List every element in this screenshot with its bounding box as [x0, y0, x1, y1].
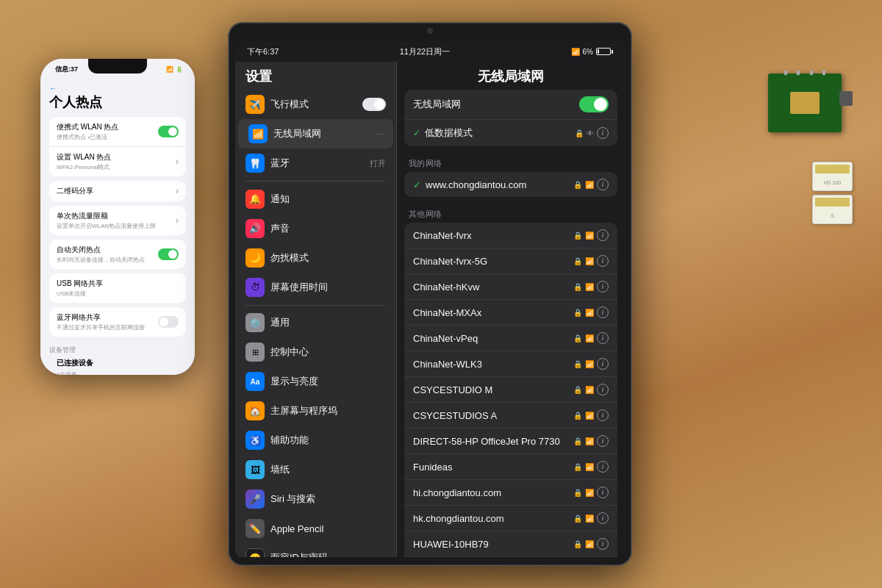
- low-data-info-btn[interactable]: i: [597, 127, 609, 139]
- airplane-icon: ✈️: [245, 95, 265, 114]
- info-btn-1[interactable]: i: [597, 255, 609, 267]
- wifi-main-toggle-switch[interactable]: [579, 96, 609, 112]
- network-row-2[interactable]: ChinaNet-hKvw 🔒 📶 i: [404, 274, 617, 300]
- info-btn-10[interactable]: i: [597, 487, 609, 498]
- sidebar-item-screentime[interactable]: ⏱ 屏幕使用时间: [235, 273, 396, 302]
- network-row-8[interactable]: DIRECT-58-HP OfficeJet Pro 7730 🔒 📶 i: [404, 429, 617, 454]
- wifi-panel: 无线局域网 无线局域网 ✓ 低数据模式 🔒 👁 i: [397, 62, 625, 557]
- sidebar-item-bluetooth[interactable]: 🦷 蓝牙 打开: [235, 148, 396, 178]
- sidebar-item-wifi[interactable]: 📶 无线局域网 ···: [238, 119, 393, 148]
- applepencil-icon: ✏️: [245, 519, 265, 538]
- iphone-back-button[interactable]: ←: [49, 84, 186, 92]
- iphone-set-wlan-label: 设置 WLAN 热点: [57, 152, 111, 162]
- wifi-toggle-row[interactable]: 无线局域网: [404, 90, 617, 120]
- iphone-quota-row[interactable]: 单次热流量限额 设置单次开启WLAN热点流量使用上限 ›: [49, 206, 186, 235]
- lock-1: 🔒: [573, 257, 582, 265]
- my-network-row[interactable]: ✓ www.chongdiantou.com 🔒 📶 i: [404, 172, 617, 197]
- divider-2: [245, 305, 386, 306]
- wifi-6: 📶: [585, 386, 594, 394]
- sidebar-item-display[interactable]: Aa 显示与亮度: [235, 367, 396, 396]
- iphone-bt-row[interactable]: 蓝牙网络共享 不通过蓝牙共享手机的互联网连接: [49, 307, 186, 337]
- wifi-icon: 📶: [248, 124, 268, 143]
- iphone-device: 信息:37 📶 🔋 ← 个人热点 便携式 WLAN 热点 便携式热点 •已激活: [40, 59, 195, 375]
- sidebar-item-applepencil[interactable]: ✏️ Apple Pencil: [235, 514, 396, 543]
- iphone-qr-row[interactable]: 二维码分享 ›: [49, 181, 186, 201]
- network-icons-1: 🔒 📶 i: [573, 255, 609, 267]
- sim-label-1: HS 100: [824, 180, 841, 185]
- iphone-autoclose-label: 自动关闭热点: [57, 245, 145, 255]
- chip-pin: [810, 71, 813, 75]
- iphone-bt-section: 蓝牙网络共享 不通过蓝牙共享手机的互联网连接: [49, 307, 186, 337]
- network-row-7[interactable]: CSYCESTUDIOS A 🔒 📶 i: [404, 403, 617, 429]
- lock-7: 🔒: [573, 412, 582, 420]
- sidebar-item-general[interactable]: ⚙️ 通用: [235, 308, 396, 337]
- ipad-signal-icon: 📶: [571, 48, 580, 56]
- info-btn-7[interactable]: i: [597, 409, 609, 421]
- network-row-10[interactable]: hi.chongdiantou.com 🔒 📶 i: [404, 480, 617, 506]
- sidebar-item-accessibility[interactable]: ♿ 辅助功能: [235, 426, 396, 455]
- network-row-5[interactable]: ChinaNet-WLK3 🔒 📶 i: [404, 351, 617, 377]
- iphone-autoclose-row[interactable]: 自动关闭热点 长时间无设备连接，自动关闭热点: [49, 240, 186, 269]
- sidebar-item-controlcenter[interactable]: ⊞ 控制中心: [235, 337, 396, 367]
- bluetooth-label: 蓝牙: [270, 157, 364, 170]
- iphone-hotspot-section: 便携式 WLAN 热点 便携式热点 •已激活 设置 WLAN 热点 WPA2-P…: [49, 117, 186, 176]
- sidebar-item-siri[interactable]: 🎤 Siri 与搜索: [235, 484, 396, 514]
- sidebar-item-dnd[interactable]: 🌙 勿扰模式: [235, 243, 396, 273]
- info-btn-9[interactable]: i: [597, 461, 609, 473]
- sidebar-item-wallpaper[interactable]: 🖼 墙纸: [235, 455, 396, 484]
- wifi-low-data-icons: 🔒 👁 i: [575, 127, 609, 139]
- network-row-12[interactable]: HUAWEI-10HB79 🔒 📶 i: [404, 531, 617, 557]
- network-row-9[interactable]: Funideas 🔒 📶 i: [404, 454, 617, 480]
- lock-6: 🔒: [573, 386, 582, 394]
- faceid-label: 面容ID与密码: [270, 551, 386, 557]
- wifi-low-data-row[interactable]: ✓ 低数据模式 🔒 👁 i: [404, 120, 617, 146]
- network-icons-10: 🔒 📶 i: [573, 487, 609, 498]
- eye-icon: 👁: [587, 129, 594, 137]
- sidebar-item-faceid[interactable]: 😊 面容ID与密码: [235, 543, 396, 557]
- lock-9: 🔒: [573, 463, 582, 471]
- wifi-2: 📶: [585, 283, 594, 291]
- info-btn-5[interactable]: i: [597, 358, 609, 370]
- sim-label-2: S: [831, 213, 834, 218]
- sidebar-item-notifications[interactable]: 🔔 通知: [235, 184, 396, 214]
- info-btn-8[interactable]: i: [597, 435, 609, 447]
- iphone-wlan-toggle[interactable]: [158, 126, 179, 137]
- ipad-time: 下午6:37: [247, 46, 279, 57]
- iphone-wlan-hotspot-row[interactable]: 便携式 WLAN 热点 便携式热点 •已激活: [49, 117, 186, 147]
- dnd-label: 勿扰模式: [270, 251, 386, 265]
- iphone-bt-toggle[interactable]: [158, 316, 179, 328]
- iphone-autoclose-toggle[interactable]: [158, 248, 179, 260]
- network-row-4[interactable]: ChinaNet-vPeq 🔒 📶 i: [404, 326, 617, 351]
- iphone-usb-row[interactable]: USB 网络共享 USB未连接: [49, 273, 186, 303]
- lock-11: 🔒: [573, 514, 582, 523]
- my-network-info-btn[interactable]: i: [597, 179, 609, 190]
- general-icon: ⚙️: [245, 313, 265, 332]
- sidebar-item-sound[interactable]: 🔊 声音: [235, 214, 396, 243]
- info-btn-6[interactable]: i: [597, 384, 609, 395]
- network-icons-8: 🔒 📶 i: [573, 435, 609, 447]
- wifi-dots: ···: [376, 129, 383, 138]
- iphone-bt-label: 蓝牙网络共享: [57, 312, 145, 323]
- ipad-status-date: 11月22日周一: [400, 46, 450, 57]
- sidebar-item-homescreen[interactable]: 🏠 主屏幕与程序坞: [235, 396, 396, 426]
- network-icons-12: 🔒 📶 i: [573, 538, 609, 550]
- info-btn-4[interactable]: i: [597, 332, 609, 344]
- iphone-set-wlan-row[interactable]: 设置 WLAN 热点 WPA2-Personal模式 ›: [49, 147, 186, 176]
- network-row-0[interactable]: ChinaNet-fvrx 🔒 📶 i: [404, 223, 617, 248]
- info-btn-0[interactable]: i: [597, 229, 609, 241]
- iphone-quota-label: 单次热流量限额: [57, 211, 156, 221]
- network-row-1[interactable]: ChinaNet-fvrx-5G 🔒 📶 i: [404, 248, 617, 274]
- info-btn-2[interactable]: i: [597, 281, 609, 293]
- info-btn-3[interactable]: i: [597, 306, 609, 318]
- sidebar-item-airplane[interactable]: ✈️ 飞行模式 .at-off::after{left:2px!importan…: [235, 90, 396, 119]
- controlcenter-label: 控制中心: [270, 345, 386, 359]
- wifi-5: 📶: [585, 360, 594, 368]
- info-btn-12[interactable]: i: [597, 538, 609, 550]
- info-btn-11[interactable]: i: [597, 512, 609, 524]
- network-row-11[interactable]: hk.chongdiantou.com 🔒 📶 i: [404, 506, 617, 531]
- network-row-3[interactable]: ChinaNet-MXAx 🔒 📶 i: [404, 300, 617, 326]
- homescreen-label: 主屏幕与程序坞: [270, 404, 386, 417]
- network-row-6[interactable]: CSYCESTUDIO M 🔒 📶 i: [404, 377, 617, 403]
- network-name-9: Funideas: [413, 462, 573, 473]
- airplane-toggle[interactable]: .at-off::after{left:2px!important;}: [362, 98, 386, 111]
